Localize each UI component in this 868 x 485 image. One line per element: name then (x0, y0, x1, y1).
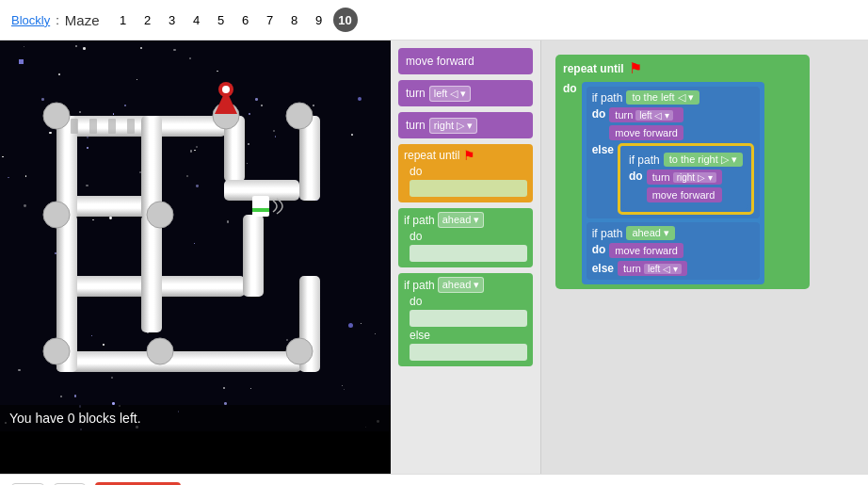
node (43, 103, 70, 129)
flag-icon: ⚑ (463, 148, 475, 163)
destination-pin-dot (222, 86, 230, 93)
if-right-do-content: turn right ▷ ▾ move forward (647, 170, 722, 202)
code-move-forward-3[interactable]: move forward (609, 243, 683, 258)
pipe (141, 276, 162, 332)
block-if-path-2[interactable]: if path ahead ▾ do else (398, 273, 533, 366)
repeat-do-area (410, 180, 527, 197)
if-ahead-header: if path ahead ▾ (592, 226, 754, 240)
blockly-link[interactable]: Blockly (11, 13, 50, 27)
if-right-do: do turn right ▷ ▾ move forward (629, 170, 743, 202)
header-separator: : (56, 13, 59, 27)
code-if-left-block[interactable]: if path to the left ◁ ▾ do turn left ◁ ▾ (587, 87, 760, 218)
header-title: Maze (65, 12, 100, 28)
block-repeat-until[interactable]: repeat until ⚑ do (398, 144, 533, 202)
level-1[interactable]: 1 (113, 9, 134, 30)
node (147, 202, 173, 228)
maze-canvas: You have 0 blocks left. (0, 40, 391, 431)
level-4[interactable]: 4 (186, 9, 207, 30)
code-turn-left[interactable]: turn left ◁ ▾ (609, 107, 683, 122)
if-path-dropdown-1[interactable]: ahead ▾ (438, 212, 485, 228)
ahead-dropdown[interactable]: ahead ▾ (626, 226, 675, 240)
code-if-right-block[interactable]: if path to the right ▷ ▾ do turn (623, 149, 748, 209)
main-layout: You have 0 blocks left. move forward tur… (0, 40, 868, 474)
header: Blockly : Maze 1 2 3 4 5 6 7 8 9 10 (0, 0, 868, 40)
if-ahead-do: do move forward (592, 243, 754, 258)
level-3[interactable]: 3 (162, 9, 183, 30)
highlight-container: if path to the right ▷ ▾ do turn (618, 143, 754, 215)
code-panel: repeat until ⚑ do if path to the left ◁ … (541, 40, 868, 474)
block-turn-right[interactable]: turn right ▷ ▾ (398, 112, 533, 138)
level-7[interactable]: 7 (260, 9, 281, 30)
flag-icon-code: ⚑ (629, 59, 642, 77)
level-5[interactable]: 5 (211, 9, 232, 30)
level-selector: 1 2 3 4 5 6 7 8 9 10 (113, 8, 358, 32)
if-left-do-content: turn left ◁ ▾ move forward (609, 107, 683, 140)
footer: ☰ ⚭ ✕ Reset (0, 474, 868, 485)
turn-right-dropdown[interactable]: right ▷ ▾ (429, 118, 478, 134)
block-move-forward[interactable]: move forward (398, 48, 533, 74)
code-move-forward-1[interactable]: move forward (609, 125, 683, 140)
if-left-header: if path to the left ◁ ▾ (592, 90, 754, 105)
node (147, 338, 173, 364)
signal-wave-2 (277, 199, 282, 214)
block-if-path-1[interactable]: if path ahead ▾ do (398, 208, 533, 267)
code-if-ahead-block[interactable]: if path ahead ▾ do move forward else tur… (587, 222, 760, 280)
to-right-dropdown[interactable]: to the right ▷ ▾ (664, 153, 743, 167)
if-ahead-else: else turn left ◁ ▾ (592, 261, 754, 276)
block-turn-left[interactable]: turn left ◁ ▾ (398, 80, 533, 106)
code-move-forward-2[interactable]: move forward (647, 187, 722, 202)
car-bar (252, 208, 269, 212)
turn-left-dropdown[interactable]: left ◁ ▾ (429, 86, 472, 102)
code-blocks: repeat until ⚑ do if path to the left ◁ … (551, 50, 859, 294)
do-row: do if path to the left ◁ ▾ do (563, 82, 802, 284)
if-left-do: do turn left ◁ ▾ move forward (592, 107, 754, 140)
pipe-mark (127, 119, 135, 134)
star-decoration (358, 97, 362, 101)
code-repeat-until-block[interactable]: repeat until ⚑ do if path to the left ◁ … (555, 55, 810, 289)
if-else-area-2 (410, 344, 527, 361)
node (43, 338, 70, 364)
level-2[interactable]: 2 (137, 9, 158, 30)
node (43, 202, 70, 228)
star-decoration (348, 323, 353, 328)
left-mini-dropdown[interactable]: left ◁ ▾ (635, 110, 673, 121)
left-mini-dropdown-2[interactable]: left ◁ ▾ (644, 264, 682, 274)
code-turn-left-2[interactable]: turn left ◁ ▾ (618, 261, 687, 276)
pipe-mark (108, 119, 116, 134)
pipe-mark (89, 119, 97, 134)
pipe (56, 351, 301, 372)
right-mini-dropdown[interactable]: right ▷ ▾ (673, 172, 716, 183)
level-6[interactable]: 6 (235, 9, 256, 30)
code-turn-right[interactable]: turn right ▷ ▾ (647, 170, 722, 185)
if-left-else: else if path to the right ▷ ▾ (592, 143, 754, 215)
node (286, 338, 313, 364)
inner-do-container: if path to the left ◁ ▾ do turn left ◁ ▾ (582, 82, 764, 284)
repeat-header: repeat until ⚑ (563, 59, 802, 77)
player-car (252, 196, 269, 217)
if-do-area-1 (410, 245, 527, 262)
maze-label: You have 0 blocks left. (0, 405, 391, 431)
maze-panel: You have 0 blocks left. (0, 40, 391, 474)
if-right-header: if path to the right ▷ ▾ (629, 153, 743, 167)
star-decoration (19, 59, 24, 64)
level-10[interactable]: 10 (333, 8, 358, 32)
pipe (243, 215, 264, 297)
node (286, 103, 313, 129)
blocks-panel: move forward turn left ◁ ▾ turn right ▷ … (391, 40, 541, 474)
level-9[interactable]: 9 (309, 9, 330, 30)
level-8[interactable]: 8 (284, 9, 305, 30)
if-do-area-2 (410, 310, 527, 327)
pipe-mark (71, 119, 78, 134)
if-path-dropdown-2[interactable]: ahead ▾ (438, 277, 485, 293)
to-left-dropdown[interactable]: to the left ◁ ▾ (626, 90, 699, 105)
signal-wave (273, 201, 277, 212)
maze-svg (0, 40, 391, 431)
